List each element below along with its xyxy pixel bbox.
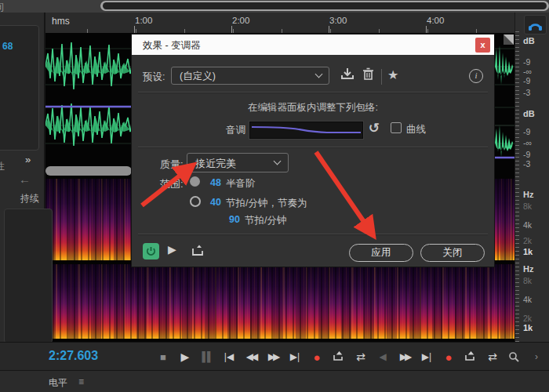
envelope-hint-text: 在编辑器面板内调整下列包络: xyxy=(132,101,494,114)
db-unit-ch2: dB xyxy=(523,109,535,118)
skip-selection-icon[interactable]: ⇄ xyxy=(354,351,367,362)
hz-unit-ch2: Hz xyxy=(523,264,533,274)
clipped-tab-label: 性 xyxy=(0,160,7,172)
timeline-unit: hms xyxy=(52,16,70,27)
hz-tick: 1k xyxy=(523,247,533,256)
semitones-radio[interactable] xyxy=(190,176,200,187)
timeline-tick-2: 2:00 xyxy=(232,16,249,25)
dialog-titlebar[interactable]: 效果 - 变调器 x xyxy=(132,34,494,55)
transport-controls: ■ ▶ ▌▌ |◀ ◀◀ ▶▶ ▶| ● ⇄ ◀ ▶▶ ▶| ● ⇄ › xyxy=(157,343,543,371)
save-icon xyxy=(340,67,354,81)
duration-label: 持续 xyxy=(20,192,39,205)
quality-value: 接近完美 xyxy=(195,157,236,171)
stop-button[interactable]: ■ xyxy=(157,352,169,362)
chevron-down-icon xyxy=(274,158,282,165)
expand-panel-chevrons[interactable]: » xyxy=(25,154,30,165)
dialog-title: 效果 - 变调器 xyxy=(143,39,201,53)
power-icon xyxy=(146,246,156,256)
skip-to-start-button[interactable]: |◀ xyxy=(223,352,235,361)
timeline-tickmarks xyxy=(44,26,514,33)
pane-splitter[interactable] xyxy=(45,166,132,176)
clipped-edge-icon[interactable]: › xyxy=(530,352,543,361)
playhead-time[interactable]: 2:27.603 xyxy=(49,349,98,363)
db-tick: -9 xyxy=(523,76,530,85)
db-tick: -9 xyxy=(523,150,530,159)
loop-playback-icon[interactable] xyxy=(333,351,345,362)
preset-label: 预设: xyxy=(143,71,165,84)
preset-value: (自定义) xyxy=(180,70,216,83)
hz-tick: 2k xyxy=(523,314,532,323)
ruler-tickmarks xyxy=(515,31,519,345)
trash-icon xyxy=(362,67,374,81)
close-button[interactable]: 关闭 xyxy=(420,244,485,262)
pause-button[interactable]: ▌▌ xyxy=(201,352,213,361)
fast-forward-2-button[interactable]: ▶▶ xyxy=(398,352,411,361)
info-icon[interactable]: i xyxy=(469,69,483,83)
monitor-button[interactable] xyxy=(524,15,547,34)
scrollbar-thumb[interactable] xyxy=(103,2,547,9)
close-dialog-button[interactable]: x xyxy=(475,38,490,53)
semitones-value: 48 xyxy=(210,177,221,188)
record-button[interactable]: ● xyxy=(311,351,323,363)
bpm-label: 节拍/分钟，节奏为 xyxy=(226,197,307,210)
status-bar: 电平 ≡ xyxy=(0,370,549,392)
wave-ch1-right xyxy=(495,45,513,85)
headphone-icon xyxy=(525,16,546,34)
skip-to-end-button[interactable]: ▶| xyxy=(289,352,301,361)
db-tick: -9 xyxy=(523,127,530,136)
spline-curves-checkbox[interactable] xyxy=(391,122,402,133)
hz-tick: 1k xyxy=(523,323,533,332)
horizontal-scrollbar[interactable] xyxy=(100,1,549,11)
timeline-tick-1: 1:00 xyxy=(135,16,152,25)
previous-button[interactable]: ◀ xyxy=(376,352,389,361)
amplitude-frequency-ruler[interactable]: dB -9 -∞ -9 -3 dB -9 -∞ -9 -3 Hz 8k 4k 2… xyxy=(514,13,549,342)
reset-envelope-icon[interactable]: ↺ xyxy=(369,120,380,136)
panel-menu-icon[interactable]: ≡ xyxy=(78,376,84,387)
quality-dropdown[interactable]: 接近完美 xyxy=(187,153,289,172)
skip-to-end-2-button[interactable]: ▶| xyxy=(420,352,433,361)
semitones-label: 半音阶 xyxy=(226,177,256,191)
delete-preset-button[interactable] xyxy=(362,67,374,84)
envelope-curve xyxy=(250,122,362,138)
range-label: 范围: xyxy=(160,177,184,191)
preset-dropdown[interactable]: (自定义) xyxy=(171,67,329,85)
back-arrow-icon[interactable]: ← xyxy=(19,172,31,186)
play-button[interactable]: ▶ xyxy=(179,351,191,362)
left-side-panel: 68 » 性 ← 持续 xyxy=(0,13,45,342)
bpm-value: 40 xyxy=(210,197,221,208)
record-2-button[interactable]: ● xyxy=(442,351,455,363)
skip-selection-2-icon[interactable]: ⇄ xyxy=(486,351,499,362)
chevron-down-icon xyxy=(315,71,323,78)
loop-preview-button[interactable] xyxy=(191,244,205,260)
hz-tick: 4k xyxy=(523,220,532,230)
spline-curves-label: 曲线 xyxy=(406,123,426,136)
fast-forward-button[interactable]: ▶▶ xyxy=(267,352,279,361)
toolbar-divider xyxy=(381,69,382,85)
tempo-value: 90 xyxy=(229,214,240,225)
loop-2-icon[interactable] xyxy=(464,351,477,362)
timeline-tick-4: 4:00 xyxy=(427,16,444,25)
audition-app: 间 hms 1:00 2:00 3:00 4:00 5 xyxy=(0,0,549,392)
rewind-button[interactable]: ◀◀ xyxy=(245,352,257,361)
db-unit-ch1: dB xyxy=(523,36,535,45)
save-preset-button[interactable] xyxy=(340,67,354,84)
hz-tick: 8k xyxy=(523,201,532,211)
preview-play-button[interactable]: ▶ xyxy=(168,243,176,256)
property-value: 68 xyxy=(2,41,13,52)
bpm-radio[interactable] xyxy=(190,196,201,207)
effect-power-toggle[interactable] xyxy=(143,243,159,260)
apply-button[interactable]: 应用 xyxy=(349,244,413,262)
panel-corner-grip[interactable] xyxy=(504,34,514,45)
timeline-ruler[interactable]: hms 1:00 2:00 3:00 4:00 5 xyxy=(44,13,514,34)
zoom-icon[interactable] xyxy=(508,351,521,362)
level-panel-label: 电平 xyxy=(49,376,67,390)
favorite-button[interactable]: ★ xyxy=(387,67,398,82)
tempo-label: 节拍/分钟 xyxy=(245,214,286,227)
separator xyxy=(138,92,488,93)
pitch-envelope-preview[interactable] xyxy=(249,122,363,139)
top-strip: 间 xyxy=(0,0,549,13)
db-tick: -3 xyxy=(523,159,530,169)
timeline-tick-3: 3:00 xyxy=(329,16,347,25)
transport-bar: 2:27.603 ■ ▶ ▌▌ |◀ ◀◀ ▶▶ ▶| ● ⇄ ◀ ▶▶ ▶| … xyxy=(0,342,549,371)
hz-tick: 8k xyxy=(523,276,532,285)
